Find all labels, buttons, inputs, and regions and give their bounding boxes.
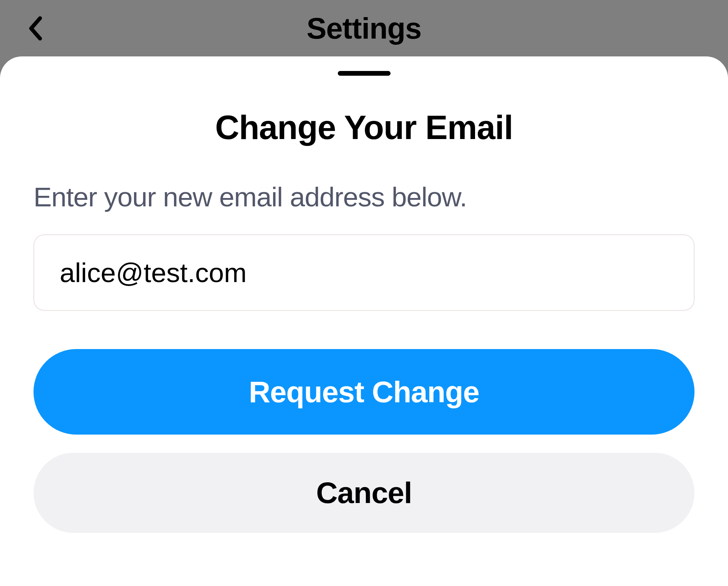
sheet-title: Change Your Email: [33, 108, 695, 147]
request-change-button[interactable]: Request Change: [33, 349, 695, 435]
cancel-button[interactable]: Cancel: [33, 453, 695, 533]
sheet-content: Change Your Email Enter your new email a…: [0, 108, 728, 533]
change-email-sheet: Change Your Email Enter your new email a…: [0, 56, 728, 586]
drag-handle[interactable]: [338, 71, 391, 76]
sheet-subtitle: Enter your new email address below.: [33, 181, 695, 213]
email-field[interactable]: [33, 234, 695, 311]
